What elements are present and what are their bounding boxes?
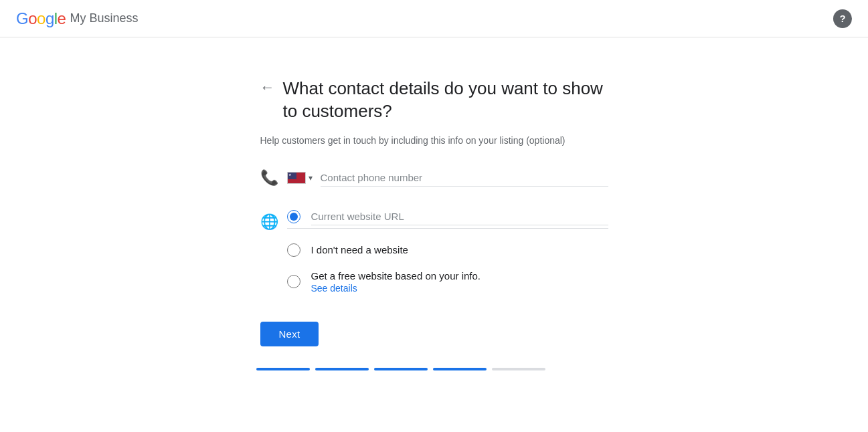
- no-website-label[interactable]: I don't need a website: [311, 244, 408, 255]
- next-button[interactable]: Next: [260, 322, 319, 346]
- title-row: ← What contact details do you want to sh…: [260, 78, 608, 123]
- see-details-link[interactable]: See details: [311, 283, 481, 294]
- help-button[interactable]: ?: [833, 9, 852, 28]
- free-website-content: Get a free website based on your info. S…: [311, 270, 481, 294]
- google-logo-text: Google: [16, 9, 66, 28]
- website-url-input[interactable]: [311, 208, 608, 225]
- current-website-option: [287, 208, 608, 229]
- current-website-radio[interactable]: [287, 210, 300, 223]
- progress-segment-2: [315, 368, 369, 370]
- free-website-label: Get a free website based on your info.: [311, 270, 481, 282]
- us-flag-icon: [287, 172, 306, 184]
- website-row: 🌐 I don't need a website Get a free webs: [260, 208, 608, 300]
- no-website-radio[interactable]: [287, 243, 300, 257]
- free-website-radio[interactable]: [287, 275, 300, 288]
- form-container: ← What contact details do you want to sh…: [260, 78, 608, 370]
- no-website-option: I don't need a website: [287, 237, 608, 263]
- country-code-dropdown[interactable]: ▾: [287, 172, 313, 184]
- main-content: ← What contact details do you want to sh…: [0, 37, 868, 370]
- phone-input[interactable]: [321, 169, 608, 187]
- phone-icon: 📞: [260, 169, 279, 187]
- back-button[interactable]: ←: [260, 80, 275, 95]
- progress-segment-5: [492, 368, 545, 370]
- app-title: My Business: [70, 11, 138, 25]
- phone-row: 📞 ▾: [260, 169, 608, 187]
- dropdown-arrow-icon: ▾: [309, 173, 313, 183]
- progress-segment-4: [433, 368, 487, 370]
- progress-segment-3: [374, 368, 428, 370]
- page-subtitle: Help customers get in touch by including…: [260, 134, 608, 148]
- progress-segment-1: [256, 368, 310, 370]
- app-header: Google My Business ?: [0, 0, 868, 37]
- progress-bar: [256, 368, 608, 370]
- page-title: What contact details do you want to show…: [283, 78, 608, 123]
- globe-icon: 🌐: [260, 213, 279, 231]
- website-radio-group: I don't need a website Get a free websit…: [287, 208, 608, 300]
- free-website-option: Get a free website based on your info. S…: [287, 263, 608, 300]
- logo: Google My Business: [16, 9, 139, 28]
